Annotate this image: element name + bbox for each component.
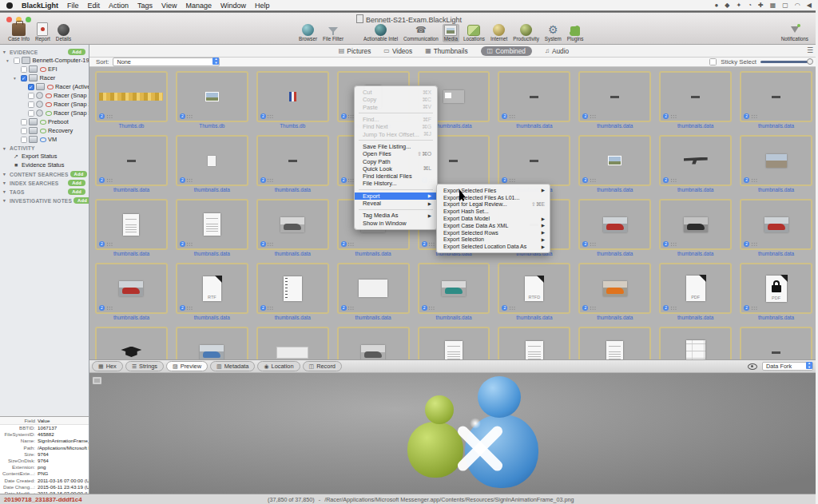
disclosure-triangle-icon[interactable]: ▾ xyxy=(3,172,8,177)
thumbnail-box[interactable]: 2 xyxy=(95,327,168,359)
tab-preview[interactable]: ▨ Preview xyxy=(166,361,208,371)
thumbnail-cell[interactable]: 2 thumbnails.data xyxy=(176,199,248,258)
evidence-item-racer-snap-2[interactable]: Racer (Snap 2) xyxy=(0,100,89,109)
sidebar-item-export-status[interactable]: ↗ Export Status xyxy=(0,152,89,161)
thumbnail-box[interactable]: 2 xyxy=(95,199,168,250)
evidence-item-bennett-computer-19030[interactable]: ▾ Bennett-Computer-19030... xyxy=(0,56,89,65)
thumbnail-cell[interactable]: 2 thumbnails.data xyxy=(740,199,812,258)
toolbar-communication-button[interactable]: Communication xyxy=(402,22,440,42)
input-plus-icon[interactable]: ✚ xyxy=(758,2,764,9)
thumbnail-box[interactable]: PDF 2 xyxy=(740,263,812,314)
thumbnail-cell[interactable]: 2 thumbnails.data xyxy=(337,263,410,322)
thumbnail-cell[interactable]: 2 xyxy=(659,327,732,359)
thumbnail-box[interactable]: 2 xyxy=(95,263,168,314)
menu-help[interactable]: Help xyxy=(255,2,270,10)
thumbnail-cell[interactable]: 2 thumbnails.data xyxy=(176,135,248,194)
evidence-checkbox[interactable] xyxy=(21,119,27,125)
fork-select[interactable]: Data Fork ▲▼ xyxy=(762,362,813,371)
thumbnail-box[interactable]: 2 xyxy=(578,263,651,314)
screen-share-icon[interactable]: ▢ xyxy=(782,2,788,9)
menu-item-export-hash-set[interactable]: Export Hash Set... xyxy=(437,208,550,215)
menu-item-export-case-data-as-xml[interactable]: Export Case Data As XML ▶ xyxy=(437,222,550,229)
disclosure-triangle-icon[interactable]: ▾ xyxy=(3,189,8,194)
sidebar-section-evidence[interactable]: ▾ EVIDENCE Add xyxy=(0,47,89,56)
thumbnail-cell[interactable]: 2 thumbnails.data xyxy=(256,263,329,322)
thumbnail-box[interactable]: 2 xyxy=(256,263,329,314)
thumbnail-box[interactable]: RTFD 2 xyxy=(498,263,570,314)
toolbar-file-filter-button[interactable]: File Filter xyxy=(321,22,345,42)
toolbar-browser-button[interactable]: Browser xyxy=(297,23,319,42)
thumbnail-box[interactable]: 2 xyxy=(95,71,168,122)
disclosure-triangle-icon[interactable]: ▾ xyxy=(14,76,18,81)
tab-strings[interactable]: ☰ Strings xyxy=(125,361,164,371)
thumbnail-box[interactable]: 2 xyxy=(418,327,490,359)
evidence-item-vm[interactable]: VM xyxy=(0,135,89,144)
disclosure-triangle-icon[interactable]: ▾ xyxy=(3,50,8,54)
tab-metadata[interactable]: ▥ Metadata xyxy=(210,361,255,371)
toolbar-details-button[interactable]: Details xyxy=(54,23,73,42)
toolbar-locations-button[interactable]: Locations xyxy=(462,24,486,42)
toolbar-internet-button[interactable]: Internet xyxy=(489,23,509,42)
toolbar-system-button[interactable]: System xyxy=(543,22,563,42)
menu-manage[interactable]: Manage xyxy=(185,2,212,10)
tab-hex[interactable]: ▦ Hex xyxy=(92,361,123,371)
thumbnail-cell[interactable]: 2 xyxy=(740,327,812,359)
menu-file[interactable]: File xyxy=(67,2,79,10)
evidence-checkbox[interactable] xyxy=(28,84,34,90)
evidence-item-efi[interactable]: EFI xyxy=(0,65,89,73)
sidebar-section-activity[interactable]: ▾ ACTIVITY xyxy=(0,144,89,152)
menu-item-export-selected-files-as-l01[interactable]: Export Selected Files As L01... xyxy=(437,194,550,201)
thumbnail-box[interactable]: 2 xyxy=(659,327,732,359)
evidence-checkbox[interactable] xyxy=(21,137,27,143)
volume-icon[interactable]: ◀ xyxy=(807,2,812,9)
filter-combined-button[interactable]: ◫ Combined xyxy=(481,46,532,56)
thumbnail-cell[interactable]: 2 thumbnails.data xyxy=(95,263,168,322)
thumbnail-box[interactable]: 2 xyxy=(578,71,651,122)
tab-location[interactable]: ◉ Location xyxy=(257,361,300,371)
menu-item-export[interactable]: Export ▶ xyxy=(355,192,437,200)
view-options-icon[interactable]: ☰ xyxy=(807,46,813,54)
printer-icon[interactable]: ◆ xyxy=(725,2,729,9)
sidebar-section-tags[interactable]: ▾ TAGS Add xyxy=(0,187,89,196)
thumbnail-cell[interactable]: 2 thumbnails.data xyxy=(740,71,812,130)
menu-item-open-files[interactable]: Open Files ⇧⌘O xyxy=(355,150,437,157)
thumbnail-box[interactable]: 2 xyxy=(740,199,812,250)
menu-item-export-for-legal-review[interactable]: Export for Legal Review... ⇧⌘E xyxy=(437,201,550,208)
sidebar-section-investigative-notes[interactable]: ▾ INVESTIGATIVE NOTES Add xyxy=(0,196,89,204)
thumbnail-box[interactable]: 2 xyxy=(659,135,732,186)
sort-select[interactable]: None ▲▼ xyxy=(113,58,220,66)
evidence-checkbox[interactable] xyxy=(14,58,20,64)
evidence-item-racer-snap-3[interactable]: Racer (Snap 3) xyxy=(0,109,89,117)
toolbar-report-button[interactable]: Report xyxy=(34,22,52,42)
sticky-select-checkbox[interactable] xyxy=(709,58,717,65)
thumbnail-box[interactable]: 2 xyxy=(176,199,248,250)
thumbnail-box[interactable]: 2 xyxy=(418,263,490,314)
evidence-item-recovery[interactable]: Recovery xyxy=(0,126,89,135)
menu-item-export-selection[interactable]: Export Selection ▶ xyxy=(437,236,550,244)
evidence-checkbox[interactable] xyxy=(21,66,27,73)
thumbnail-cell[interactable]: 2 xyxy=(578,327,651,359)
evidence-item-racer[interactable]: ▾ Racer xyxy=(0,73,89,82)
disclosure-triangle-icon[interactable]: ▾ xyxy=(6,58,11,63)
thumbnail-box[interactable]: 2 xyxy=(498,135,570,186)
thumbnail-box[interactable]: RTF 2 xyxy=(176,263,248,314)
sidebar-section-index-searches[interactable]: ▾ INDEX SEARCHES Add xyxy=(0,178,89,187)
thumbnail-cell[interactable]: 2 Thumbs.db xyxy=(176,71,248,130)
slider-knob[interactable] xyxy=(807,58,813,65)
menu-item-save-file-listing[interactable]: Save File Listing... xyxy=(355,143,437,150)
menu-item-tag-media-as[interactable]: Tag Media As ▶ xyxy=(355,212,437,219)
thumbnail-cell[interactable]: 2 thumbnails.data xyxy=(578,135,651,194)
filter-audio-button[interactable]: ♫ Audio xyxy=(545,47,569,55)
wifi-icon[interactable]: ◠ xyxy=(795,2,800,9)
menu-action[interactable]: Action xyxy=(109,2,129,10)
evidence-checkbox[interactable] xyxy=(28,101,34,108)
thumbnail-box[interactable]: 2 xyxy=(256,135,329,186)
menu-item-reveal[interactable]: Reveal ▶ xyxy=(355,200,437,207)
add-button[interactable]: Add xyxy=(68,49,85,55)
sidebar-item-evidence-status[interactable]: ■ Evidence Status xyxy=(0,161,89,169)
thumbnail-cell[interactable]: RTFD 2 thumbnails.data xyxy=(498,263,570,322)
thumbnail-box[interactable]: 2 xyxy=(337,327,410,359)
menu-item-copy-path[interactable]: Copy Path xyxy=(355,157,437,165)
evidence-item-preboot[interactable]: Preboot xyxy=(0,117,89,126)
menu-blacklight[interactable]: BlackLight xyxy=(22,2,58,10)
